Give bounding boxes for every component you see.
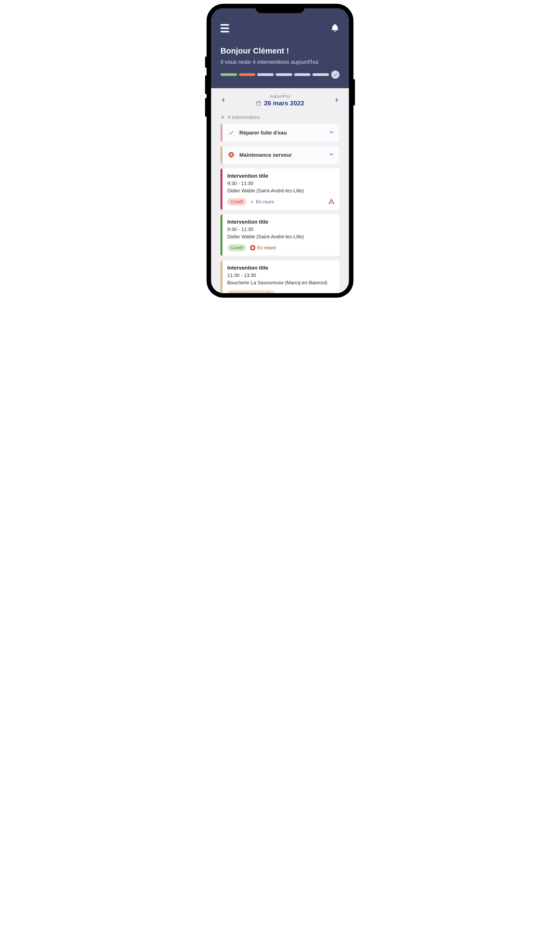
phone-side-button	[205, 76, 207, 94]
progress-segment	[312, 73, 329, 76]
warning-icon	[328, 198, 335, 205]
date-display[interactable]: Aujourd'hui 26 mars 2022	[256, 94, 304, 107]
error-icon	[228, 151, 234, 159]
app-screen: Bonjour Clément ! Il vous reste 4 interv…	[211, 8, 349, 293]
progress-complete-icon	[331, 71, 340, 79]
category-pill: Curatif	[227, 198, 246, 205]
progress-segment	[276, 73, 292, 76]
intervention-title: Intervention title	[227, 219, 335, 225]
check-icon	[228, 129, 234, 136]
progress-bar	[220, 73, 329, 76]
date-navigator: Aujourd'hui 26 mars 2022	[211, 88, 349, 113]
intervention-client: Boucherie La Savoureuse (Marcq-en-Bareou…	[227, 280, 335, 285]
card-footer: CuratifEn retard	[227, 244, 335, 251]
phone-side-button	[353, 79, 355, 105]
phone-frame: Bonjour Clément ! Il vous reste 4 interv…	[206, 4, 354, 298]
clock-icon	[250, 245, 255, 250]
status-chip: En retard	[250, 245, 276, 250]
intervention-title: Réparer fuite d'eau	[239, 130, 324, 136]
intervention-card[interactable]: Intervention title9:30 - 11:30Didier Wab…	[220, 168, 340, 210]
intervention-collapsed[interactable]: Réparer fuite d'eau	[220, 124, 340, 142]
phone-side-button	[205, 57, 207, 68]
progress-segment	[239, 73, 255, 76]
category-pill: Curatif	[227, 244, 246, 251]
status-label: En retard	[257, 245, 276, 250]
date-relative-label: Aujourd'hui	[256, 94, 304, 99]
intervention-title: Intervention title	[227, 173, 335, 179]
calendar-icon	[256, 100, 262, 106]
greeting-title: Bonjour Clément !	[220, 46, 340, 56]
phone-side-button	[205, 98, 207, 117]
date-value: 26 mars 2022	[264, 99, 304, 107]
progress-segment	[220, 73, 237, 76]
intervention-count-row: 6 interventions	[211, 113, 349, 124]
greeting-subtitle: Il vous reste 4 interventions aujourd'hu…	[220, 59, 340, 65]
status-label: En cours	[256, 199, 274, 204]
intervention-time: 11:30 - 13:30	[227, 273, 335, 278]
tools-icon	[220, 115, 225, 120]
progress-segment	[257, 73, 274, 76]
intervention-client: Didier Wable (Saint-André-lez-Lille)	[227, 234, 335, 240]
intervention-title: Intervention title	[227, 265, 335, 271]
progress-segment	[294, 73, 311, 76]
notifications-button[interactable]	[331, 23, 340, 33]
app-header: Bonjour Clément ! Il vous reste 4 interv…	[211, 8, 349, 88]
intervention-client: Didier Wable (Saint-André-lez-Lille)	[227, 188, 335, 194]
prev-day-button[interactable]	[220, 97, 226, 103]
progress-row	[220, 71, 340, 79]
header-top-row	[220, 23, 340, 33]
card-footer: Maintenance annuelle	[227, 290, 335, 293]
category-pill: Maintenance annuelle	[227, 290, 275, 293]
menu-button[interactable]	[220, 24, 229, 32]
intervention-count: 6 interventions	[228, 114, 260, 120]
intervention-card[interactable]: Intervention title11:30 - 13:30Boucherie…	[220, 261, 340, 293]
intervention-card[interactable]: Intervention title9:30 - 11:30Didier Wab…	[220, 214, 340, 256]
intervention-time: 9:30 - 11:30	[227, 180, 335, 187]
chevron-down-icon[interactable]	[329, 152, 334, 158]
intervention-collapsed[interactable]: Maintenance serveur	[220, 146, 340, 164]
card-footer: CuratifEn cours	[227, 198, 335, 205]
intervention-title: Maintenance serveur	[239, 152, 324, 158]
status-chip: En cours	[250, 199, 274, 204]
next-day-button[interactable]	[334, 97, 340, 103]
intervention-list: Réparer fuite d'eauMaintenance serveurIn…	[211, 124, 349, 293]
phone-notch	[255, 4, 305, 13]
intervention-time: 9:30 - 11:30	[227, 227, 335, 232]
chevron-down-icon[interactable]	[329, 130, 334, 136]
